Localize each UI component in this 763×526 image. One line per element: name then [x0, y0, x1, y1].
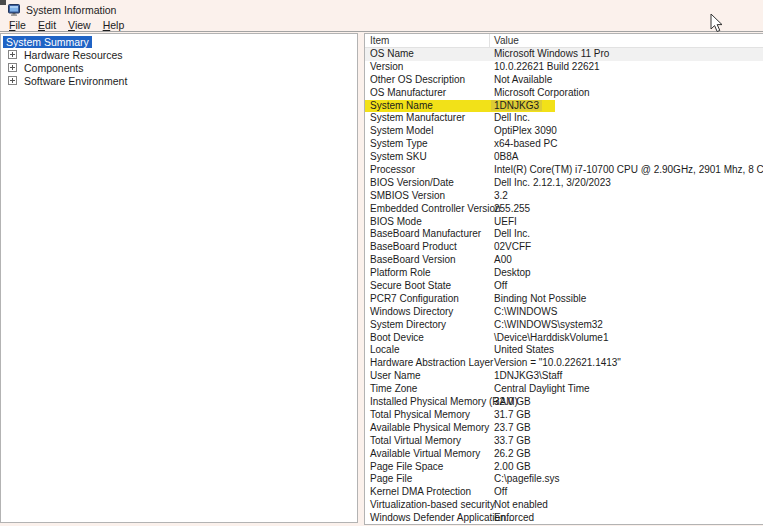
table-row[interactable]: Available Physical Memory 23.7 GB [365, 422, 763, 435]
value-text: Version = "10.0.22621.1413" [494, 357, 621, 368]
menu-item-help[interactable]: Help [98, 19, 130, 31]
column-header-item[interactable]: Item [365, 34, 490, 47]
table-row[interactable]: BaseBoard Manufacturer Dell Inc. [365, 228, 763, 241]
table-row[interactable]: Windows Defender Application... Enforced [365, 512, 763, 525]
table-row[interactable]: BaseBoard Product 02VCFF [365, 241, 763, 254]
table-row[interactable]: Embedded Controller Version 255.255 [365, 203, 763, 216]
item-cell: Windows Defender Application... [365, 512, 490, 525]
value-cell: Central Daylight Time [490, 383, 763, 396]
expand-plus-icon[interactable] [8, 76, 17, 85]
table-row[interactable]: SMBIOS Version 3.2 [365, 190, 763, 203]
table-row[interactable]: OS Name Microsoft Windows 11 Pro [365, 48, 763, 61]
table-row[interactable]: System Directory C:\WINDOWS\system32 [365, 319, 763, 332]
tree-item-software-environment[interactable]: Software Environment [1, 74, 357, 87]
value-cell: Not Available [490, 74, 763, 87]
table-row[interactable]: OS Manufacturer Microsoft Corporation [365, 87, 763, 100]
table-row[interactable]: Kernel DMA Protection Off [365, 486, 763, 499]
tree-item-system-summary[interactable]: System Summary [1, 35, 357, 48]
table-row[interactable]: Hardware Abstraction Layer Version = "10… [365, 357, 763, 370]
value-text: Central Daylight Time [494, 383, 590, 394]
value-cell: 26.2 GB [490, 448, 763, 461]
value-text: United States [494, 344, 554, 355]
menu-item-file[interactable]: File [4, 19, 31, 31]
table-row[interactable]: System Name 1DNJKG3 [365, 100, 763, 113]
item-cell: BIOS Mode [365, 216, 490, 229]
menu-item-edit[interactable]: Edit [33, 19, 61, 31]
table-row[interactable]: Version 10.0.22621 Build 22621 [365, 61, 763, 74]
item-cell: Platform Role [365, 267, 490, 280]
value-cell: x64-based PC [490, 138, 763, 151]
tree-item-components[interactable]: Components [1, 61, 357, 74]
table-row[interactable]: Locale United States [365, 344, 763, 357]
table-row[interactable]: Available Virtual Memory 26.2 GB [365, 448, 763, 461]
table-row[interactable]: BIOS Version/Date Dell Inc. 2.12.1, 3/20… [365, 177, 763, 190]
item-cell: User Name [365, 370, 490, 383]
value-cell: Intel(R) Core(TM) i7-10700 CPU @ 2.90GHz… [490, 164, 763, 177]
table-row[interactable]: System SKU 0B8A [365, 151, 763, 164]
column-header-value[interactable]: Value [490, 34, 763, 47]
value-cell: 255.255 [490, 203, 763, 216]
expand-plus-icon[interactable] [8, 50, 17, 59]
item-cell: Virtualization-based security [365, 499, 490, 512]
table-row[interactable]: Boot Device \Device\HarddiskVolume1 [365, 332, 763, 345]
item-cell: BaseBoard Manufacturer [365, 228, 490, 241]
item-cell: System Directory [365, 319, 490, 332]
value-cell: 1DNJKG3\Staff [490, 370, 763, 383]
table-row[interactable]: Virtualization-based security Not enable… [365, 499, 763, 512]
table-row[interactable]: User Name 1DNJKG3\Staff [365, 370, 763, 383]
table-row[interactable]: System Type x64-based PC [365, 138, 763, 151]
table-row[interactable]: Installed Physical Memory (RAM) 32.0 GB [365, 396, 763, 409]
table-row[interactable]: Platform Role Desktop [365, 267, 763, 280]
menu-item-view[interactable]: View [63, 19, 96, 31]
table-row[interactable]: Windows Directory C:\WINDOWS [365, 306, 763, 319]
value-text: Microsoft Corporation [494, 87, 590, 98]
table-row[interactable]: Total Physical Memory 31.7 GB [365, 409, 763, 422]
value-cell: C:\pagefile.sys [490, 473, 763, 486]
table-row[interactable]: BaseBoard Version A00 [365, 254, 763, 267]
item-cell: OS Name [365, 48, 490, 61]
table-row[interactable]: Page File Space 2.00 GB [365, 461, 763, 474]
value-text: 10.0.22621 Build 22621 [494, 61, 600, 72]
table-row[interactable]: System Model OptiPlex 3090 [365, 125, 763, 138]
value-cell: UEFI [490, 216, 763, 229]
detail-rows: OS Name Microsoft Windows 11 Pro Version… [365, 48, 763, 525]
value-text: A00 [494, 254, 512, 265]
value-cell: Microsoft Windows 11 Pro [490, 48, 763, 61]
item-cell: Secure Boot State [365, 280, 490, 293]
value-cell: OptiPlex 3090 [490, 125, 763, 138]
item-cell: Other OS Description [365, 74, 490, 87]
table-row[interactable]: Total Virtual Memory 33.7 GB [365, 435, 763, 448]
value-text: C:\WINDOWS\system32 [494, 319, 603, 330]
value-text: Binding Not Possible [494, 293, 586, 304]
table-row[interactable]: Page File C:\pagefile.sys [365, 473, 763, 486]
table-row[interactable]: Secure Boot State Off [365, 280, 763, 293]
value-text: x64-based PC [494, 138, 557, 149]
value-text: C:\pagefile.sys [494, 473, 560, 484]
value-text: Desktop [494, 267, 531, 278]
expand-plus-icon[interactable] [8, 63, 17, 72]
value-cell: 31.7 GB [490, 409, 763, 422]
value-text: Enforced [494, 512, 534, 523]
table-row[interactable]: Time Zone Central Daylight Time [365, 383, 763, 396]
detail-list-pane: Item Value OS Name Microsoft Windows 11 … [364, 33, 763, 525]
menu-separator [0, 31, 763, 32]
table-row[interactable]: Other OS Description Not Available [365, 74, 763, 87]
value-text: Dell Inc. [494, 112, 530, 123]
table-row[interactable]: System Manufacturer Dell Inc. [365, 112, 763, 125]
item-cell: Page File [365, 473, 490, 486]
table-row[interactable]: PCR7 Configuration Binding Not Possible [365, 293, 763, 306]
tree-item-hardware-resources[interactable]: Hardware Resources [1, 48, 357, 61]
value-cell: 0B8A [490, 151, 763, 164]
value-cell: Dell Inc. [490, 112, 763, 125]
title-bar: System Information [0, 0, 763, 18]
window-title: System Information [26, 4, 116, 16]
table-row[interactable]: Processor Intel(R) Core(TM) i7-10700 CPU… [365, 164, 763, 177]
value-text: Dell Inc. [494, 228, 530, 239]
value-cell: Microsoft Corporation [490, 87, 763, 100]
mouse-cursor [710, 14, 724, 34]
item-cell: BaseBoard Product [365, 241, 490, 254]
table-row[interactable]: BIOS Mode UEFI [365, 216, 763, 229]
item-cell: Kernel DMA Protection [365, 486, 490, 499]
value-cell: C:\WINDOWS [490, 306, 763, 319]
item-cell: Embedded Controller Version [365, 203, 490, 216]
